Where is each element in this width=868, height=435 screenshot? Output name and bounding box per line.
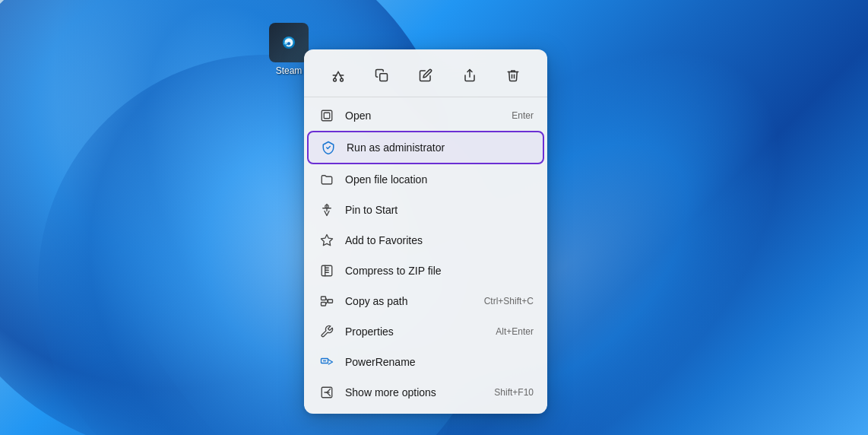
- star-icon: [318, 231, 336, 249]
- pin-icon: [318, 201, 336, 219]
- menu-item-properties[interactable]: Properties Alt+Enter: [307, 316, 544, 347]
- run-as-admin-label: Run as administrator: [347, 141, 532, 154]
- menu-item-add-to-favorites[interactable]: Add to Favorites: [307, 225, 544, 256]
- share-button[interactable]: [456, 62, 483, 89]
- svg-rect-6: [322, 110, 332, 121]
- svg-point-1: [287, 43, 290, 46]
- path-icon: [318, 292, 336, 310]
- desktop: Steam: [0, 0, 868, 435]
- svg-rect-13: [328, 300, 333, 303]
- menu-item-run-as-administrator[interactable]: Run as administrator: [307, 131, 544, 164]
- menu-item-copy-as-path[interactable]: Copy as path Ctrl+Shift+C: [307, 286, 544, 316]
- svg-marker-9: [322, 235, 333, 246]
- context-menu: Open Enter Run as administrator Open fil…: [304, 49, 547, 414]
- menu-item-show-more-options[interactable]: Show more options Shift+F10: [307, 377, 544, 408]
- delete-button[interactable]: [499, 62, 527, 89]
- svg-rect-4: [380, 74, 388, 81]
- menu-item-open[interactable]: Open Enter: [307, 100, 544, 131]
- powerrename-icon: [318, 353, 336, 371]
- svg-rect-12: [322, 303, 326, 306]
- rename-button[interactable]: [412, 62, 439, 89]
- open-shortcut: Enter: [512, 110, 534, 121]
- copy-as-path-shortcut: Ctrl+Shift+C: [484, 296, 534, 306]
- add-to-favorites-label: Add to Favorites: [345, 234, 534, 246]
- open-icon: [318, 106, 336, 125]
- steam-icon-label: Steam: [276, 65, 303, 76]
- cut-button[interactable]: [325, 62, 352, 89]
- properties-shortcut: Alt+Enter: [496, 326, 534, 337]
- menu-item-open-file-location[interactable]: Open file location: [307, 164, 544, 195]
- svg-rect-7: [324, 113, 330, 119]
- context-menu-toolbar: [304, 56, 547, 97]
- wrench-icon: [318, 322, 336, 341]
- copy-as-path-label: Copy as path: [345, 295, 475, 307]
- pin-to-start-label: Pin to Start: [345, 204, 534, 216]
- menu-item-powerrename[interactable]: PowerRename: [307, 347, 544, 377]
- compress-to-zip-label: Compress to ZIP file: [345, 265, 534, 277]
- svg-rect-11: [322, 297, 326, 300]
- steam-icon-image: [269, 23, 309, 62]
- menu-item-compress-to-zip[interactable]: Compress to ZIP file: [307, 256, 544, 286]
- zip-icon: [318, 262, 336, 280]
- folder-icon: [318, 170, 336, 189]
- copy-button[interactable]: [368, 62, 395, 89]
- admin-icon: [319, 138, 337, 157]
- open-file-location-label: Open file location: [345, 173, 534, 186]
- open-label: Open: [345, 110, 502, 122]
- more-icon: [318, 383, 336, 402]
- powerrename-label: PowerRename: [345, 356, 534, 368]
- svg-rect-10: [322, 265, 332, 276]
- show-more-options-label: Show more options: [345, 386, 485, 398]
- menu-item-pin-to-start[interactable]: Pin to Start: [307, 195, 544, 225]
- show-more-options-shortcut: Shift+F10: [494, 387, 534, 398]
- properties-label: Properties: [345, 325, 486, 338]
